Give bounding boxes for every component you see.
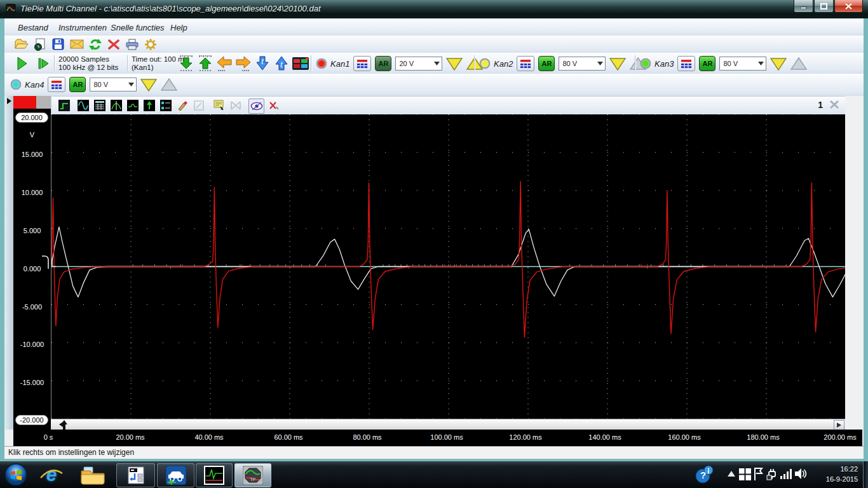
kan1-coupling-button[interactable]: [353, 56, 371, 71]
menu-help[interactable]: Help: [167, 22, 191, 34]
erase-marker-icon[interactable]: [266, 98, 281, 112]
kan3-range-up-button[interactable]: [790, 57, 807, 71]
open-measurement-icon[interactable]: [32, 37, 48, 51]
x-tick: 180.00 ms: [747, 433, 779, 441]
start-orb[interactable]: [4, 463, 28, 487]
kan2-autorange-button[interactable]: AR: [538, 56, 555, 71]
kan3-autorange-button[interactable]: AR: [699, 56, 715, 71]
kan4-coupling-button[interactable]: [48, 77, 65, 92]
kan3-led-indicator[interactable]: [641, 58, 651, 69]
delete-icon[interactable]: [105, 37, 121, 51]
eye-visibility-icon[interactable]: [248, 98, 264, 114]
x-tick: 60.00 ms: [274, 433, 302, 441]
pan-right-icon[interactable]: [234, 55, 252, 72]
graph-vertical-icon[interactable]: [109, 98, 123, 112]
kan1-range-down-button[interactable]: [446, 57, 463, 71]
kan3-range-down-button[interactable]: [770, 57, 787, 71]
program-grid-tray-icon[interactable]: [739, 468, 751, 480]
resize-icon[interactable]: [191, 98, 206, 112]
note-icon[interactable]: [212, 98, 226, 112]
kan2-led-indicator[interactable]: [480, 58, 490, 69]
measure-table-icon[interactable]: [92, 98, 107, 112]
menu-bar: Bestand Instrumenten Snelle functies Hel…: [4, 18, 864, 36]
menu-snelle-functies[interactable]: Snelle functies: [107, 22, 168, 34]
graph-arrow-icon[interactable]: [142, 98, 156, 112]
network-signal-tray-icon[interactable]: [780, 469, 792, 479]
refresh-icon[interactable]: [87, 37, 103, 51]
signal-display-icon[interactable]: [76, 98, 90, 112]
kan4-range-up-button[interactable]: [161, 78, 177, 92]
kan1-range-value: 20 V: [399, 60, 414, 67]
channel-kan2-controls: Kan2 AR 80 V: [480, 56, 646, 71]
power-plug-tray-icon[interactable]: [766, 468, 778, 480]
taskbar-app-scope-trace[interactable]: [196, 463, 233, 487]
kan4-label: Kan4: [25, 80, 44, 90]
speaker-volume-tray-icon[interactable]: [795, 468, 807, 479]
zoom-out-time-icon[interactable]: t: [273, 55, 290, 72]
zoom-in-vertical-icon[interactable]: [177, 55, 195, 72]
display-mode-icon[interactable]: [292, 55, 309, 72]
zoom-in-time-icon[interactable]: t: [254, 55, 271, 72]
kan1-led-indicator[interactable]: [316, 58, 327, 69]
x-tick: 40.00 ms: [194, 433, 223, 441]
minimize-button[interactable]: [794, 0, 813, 13]
kan3-range-select[interactable]: 80 V: [719, 57, 766, 71]
y-axis-unit: V: [13, 131, 51, 139]
pan-left-icon[interactable]: [215, 55, 233, 72]
start-measurement-icon[interactable]: [13, 55, 31, 72]
paintbrush-icon[interactable]: [175, 98, 189, 112]
scroll-right-button[interactable]: [834, 420, 844, 430]
taskbar-app-car-diagnostics[interactable]: [157, 463, 194, 487]
title-bar: TiePie Multi Channel - c:\atiscd\atis\at…: [0, 0, 868, 18]
open-icon[interactable]: [13, 37, 29, 51]
one-shot-icon[interactable]: [35, 55, 53, 72]
channel-select-icon[interactable]: [158, 98, 173, 112]
taskbar-app-document-tool[interactable]: [116, 463, 155, 487]
x-axis-row[interactable]: 0 s 20.00 ms 40.00 ms 60.00 ms 80.00 ms …: [13, 430, 862, 446]
hidden-icons-chevron-icon[interactable]: [728, 471, 735, 477]
internet-explorer-icon[interactable]: e: [39, 464, 64, 485]
kan4-led-indicator[interactable]: [11, 79, 21, 90]
zoom-out-vertical-icon[interactable]: [196, 55, 214, 72]
settings-gear-icon[interactable]: [142, 37, 158, 51]
chevron-down-icon: [434, 62, 440, 65]
x-tick: 20.00 ms: [116, 433, 144, 441]
action-center-flag-icon[interactable]: [754, 468, 763, 480]
kan2-coupling-button[interactable]: [517, 56, 534, 71]
y-tick: 10.000: [13, 189, 51, 196]
kan1-color-tab[interactable]: [13, 96, 36, 109]
kan3-coupling-button[interactable]: [677, 56, 695, 71]
kan4-autorange-button[interactable]: AR: [69, 77, 86, 92]
save-icon[interactable]: [50, 37, 66, 51]
kan1-range-select[interactable]: 20 V: [395, 57, 442, 71]
pan-mode-icon[interactable]: [57, 98, 71, 112]
y-axis-max-value[interactable]: 20.000: [15, 112, 48, 123]
close-view-icon[interactable]: [829, 100, 839, 111]
kan2-range-select[interactable]: 80 V: [559, 57, 606, 71]
y-tick: 5.000: [13, 227, 51, 234]
kan4-range-select[interactable]: 80 V: [90, 78, 137, 92]
taskbar-app-tiepie[interactable]: TP: [234, 463, 271, 487]
windows-explorer-icon[interactable]: [80, 464, 105, 485]
panel-splitter[interactable]: [4, 96, 14, 430]
maximize-button[interactable]: [814, 0, 834, 13]
y-axis-min-value[interactable]: -20.000: [15, 415, 48, 425]
print-icon[interactable]: [124, 37, 140, 51]
channel-color-tab[interactable]: [13, 96, 51, 109]
y-axis-panel[interactable]: 20.000 V 15.000 10.000 5.000 0.000 -5.00…: [13, 96, 51, 430]
email-icon[interactable]: [69, 37, 85, 51]
graph-horizontal-icon[interactable]: [125, 98, 140, 112]
trigger-level-hook-icon[interactable]: [40, 255, 50, 269]
taskbar-clock[interactable]: 16:22 16-9-2015: [826, 464, 858, 484]
oscilloscope-canvas[interactable]: [51, 114, 846, 419]
close-button[interactable]: [834, 0, 863, 13]
menu-bestand[interactable]: Bestand: [15, 22, 51, 34]
crop-icon[interactable]: [228, 98, 243, 112]
help-info-tray-icon[interactable]: ?: [695, 465, 715, 484]
menu-instrumenten[interactable]: Instrumenten: [55, 22, 110, 34]
show-desktop-button[interactable]: [863, 461, 868, 488]
kan1-autorange-button[interactable]: AR: [375, 56, 391, 71]
kan2-range-down-button[interactable]: [609, 57, 626, 71]
chevron-down-icon: [758, 62, 764, 65]
kan4-range-down-button[interactable]: [140, 78, 157, 92]
